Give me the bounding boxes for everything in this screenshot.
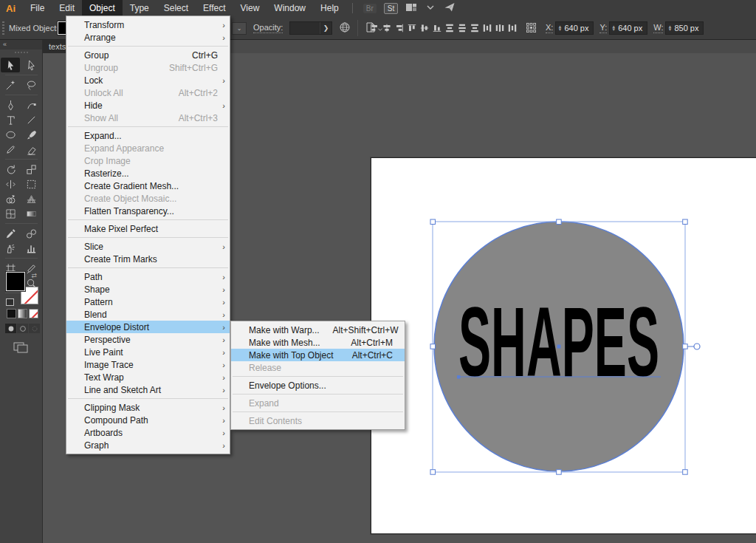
object-menu-item-text-wrap[interactable]: Text Wrap› bbox=[66, 371, 230, 383]
menu-file[interactable]: File bbox=[23, 0, 52, 16]
paintbrush-tool[interactable] bbox=[22, 127, 41, 142]
rotate-tool[interactable] bbox=[1, 162, 20, 177]
object-menu-item-lock[interactable]: Lock› bbox=[66, 74, 230, 86]
eraser-tool[interactable] bbox=[22, 142, 41, 157]
br-app-icon[interactable]: Br bbox=[363, 4, 377, 13]
collapse-panel-icon[interactable]: « bbox=[0, 40, 42, 49]
distribute-top-icon[interactable] bbox=[444, 22, 455, 34]
menu-edit[interactable]: Edit bbox=[52, 0, 82, 16]
object-center-anchor[interactable] bbox=[557, 345, 561, 349]
align-right-icon[interactable] bbox=[394, 22, 405, 34]
st-app-icon[interactable]: St bbox=[384, 3, 398, 14]
gradient-tool[interactable] bbox=[22, 206, 41, 221]
object-menu-item-create-trim-marks[interactable]: Create Trim Marks bbox=[66, 253, 230, 265]
distribute-v-center-icon[interactable] bbox=[457, 22, 467, 34]
tools-panel-grip[interactable] bbox=[0, 49, 42, 55]
object-menu-item-make-pixel-perfect[interactable]: Make Pixel Perfect bbox=[66, 222, 230, 235]
object-menu-item-artboards[interactable]: Artboards› bbox=[66, 426, 230, 439]
object-menu-item-path[interactable]: Path› bbox=[66, 270, 230, 283]
line-segment-tool[interactable] bbox=[22, 112, 41, 127]
object-menu-item-clipping-mask[interactable]: Clipping Mask› bbox=[66, 401, 230, 414]
x-label[interactable]: X: bbox=[546, 23, 553, 33]
panel-grip[interactable] bbox=[2, 21, 4, 35]
draw-normal-icon[interactable] bbox=[5, 324, 16, 333]
menu-effect[interactable]: Effect bbox=[196, 0, 233, 16]
menu-select[interactable]: Select bbox=[157, 0, 196, 16]
opacity-label[interactable]: Opacity: bbox=[253, 23, 283, 33]
default-fill-stroke-icon[interactable] bbox=[6, 298, 14, 306]
object-menu-item-transform[interactable]: Transform› bbox=[66, 18, 230, 31]
spinner-arrows[interactable]: ▲▼ bbox=[667, 25, 673, 31]
object-menu-item-graph[interactable]: Graph› bbox=[66, 439, 230, 451]
menu-window[interactable]: Window bbox=[267, 0, 313, 16]
object-menu-item-blend[interactable]: Blend› bbox=[66, 308, 230, 321]
object-menu-item-shape[interactable]: Shape› bbox=[66, 283, 230, 296]
curvature-tool[interactable] bbox=[22, 98, 41, 112]
scale-tool[interactable] bbox=[22, 162, 41, 177]
gradient-button[interactable] bbox=[18, 309, 27, 318]
align-bottom-icon[interactable] bbox=[432, 22, 442, 34]
document-globe-icon[interactable] bbox=[339, 21, 351, 35]
object-menu-item-line-and-sketch-art[interactable]: Line and Sketch Art› bbox=[66, 383, 230, 396]
object-menu-item-pattern[interactable]: Pattern› bbox=[66, 296, 230, 308]
screen-mode-icon[interactable] bbox=[13, 341, 28, 356]
opacity-field[interactable]: ❯ bbox=[289, 21, 332, 35]
x-input[interactable]: ▲▼640 px bbox=[555, 21, 594, 35]
workspace-icon[interactable] bbox=[405, 1, 417, 16]
draw-behind-icon[interactable] bbox=[17, 324, 28, 333]
baseline-anchor[interactable] bbox=[457, 375, 461, 379]
opacity-flyout-icon[interactable]: ❯ bbox=[320, 22, 332, 34]
object-menu-item-group[interactable]: GroupCtrl+G bbox=[66, 49, 230, 61]
align-left-icon[interactable] bbox=[369, 22, 379, 34]
align-top-icon[interactable] bbox=[407, 22, 417, 34]
share-icon[interactable] bbox=[444, 1, 456, 16]
spinner-arrows[interactable]: ▲▼ bbox=[611, 25, 616, 31]
align-v-center-icon[interactable] bbox=[419, 22, 430, 34]
menu-type[interactable]: Type bbox=[123, 0, 157, 16]
w-input[interactable]: ▲▼850 px bbox=[665, 21, 704, 35]
reference-point-icon[interactable] bbox=[526, 22, 537, 35]
lasso-tool[interactable] bbox=[22, 78, 41, 92]
swap-fill-stroke-icon[interactable]: ⇄ bbox=[31, 272, 37, 279]
pen-tool[interactable] bbox=[1, 98, 20, 112]
spinner-arrows[interactable]: ▲▼ bbox=[557, 25, 563, 31]
object-menu-item-hide[interactable]: Hide› bbox=[66, 99, 230, 112]
pencil-tool[interactable] bbox=[1, 142, 20, 157]
type-tool[interactable] bbox=[1, 112, 20, 127]
shapes-text-object[interactable]: SHAPES bbox=[458, 287, 659, 397]
eyedropper-tool[interactable] bbox=[1, 226, 20, 241]
menu-help[interactable]: Help bbox=[313, 0, 346, 16]
w-label[interactable]: W: bbox=[653, 23, 663, 33]
y-label[interactable]: Y: bbox=[599, 23, 607, 33]
menu-view[interactable]: View bbox=[233, 0, 267, 16]
symbol-sprayer-tool[interactable] bbox=[1, 241, 20, 256]
align-h-center-icon[interactable] bbox=[382, 22, 392, 34]
ellipse-tool[interactable] bbox=[1, 127, 20, 142]
y-input[interactable]: ▲▼640 px bbox=[609, 21, 647, 35]
distribute-left-icon[interactable] bbox=[482, 22, 492, 34]
object-menu-item-perspective[interactable]: Perspective› bbox=[66, 333, 230, 346]
menu-object[interactable]: Object bbox=[82, 0, 123, 16]
direct-selection-tool[interactable] bbox=[22, 58, 41, 72]
distribute-h-center-icon[interactable] bbox=[495, 22, 505, 34]
object-menu-item-flatten-transparency[interactable]: Flatten Transparency... bbox=[66, 205, 230, 217]
column-graph-tool[interactable] bbox=[22, 241, 41, 256]
blend-tool[interactable] bbox=[22, 226, 41, 241]
fill-swatch-black[interactable] bbox=[6, 272, 25, 291]
object-menu-item-image-trace[interactable]: Image Trace› bbox=[66, 358, 230, 371]
object-menu-item-live-paint[interactable]: Live Paint› bbox=[66, 346, 230, 358]
selection-tool[interactable] bbox=[1, 58, 20, 72]
envelope-submenu-item-envelope-options[interactable]: Envelope Options... bbox=[231, 379, 405, 392]
perspective-grid-tool[interactable] bbox=[22, 191, 41, 206]
object-menu-item-arrange[interactable]: Arrange› bbox=[66, 31, 230, 44]
object-menu-item-expand[interactable]: Expand... bbox=[66, 129, 230, 142]
draw-inside-icon[interactable] bbox=[29, 324, 40, 333]
distribute-bottom-icon[interactable] bbox=[470, 22, 480, 34]
envelope-submenu-item-make-with-top-object[interactable]: Make with Top ObjectAlt+Ctrl+C bbox=[231, 349, 405, 361]
object-menu-item-create-gradient-mesh[interactable]: Create Gradient Mesh... bbox=[66, 180, 230, 192]
live-shape-handle[interactable] bbox=[694, 344, 700, 349]
chevron-down-icon[interactable] bbox=[425, 1, 436, 16]
object-menu-item-slice[interactable]: Slice› bbox=[66, 240, 230, 253]
style-dropdown[interactable]: ⌄ bbox=[232, 22, 247, 35]
magic-wand-tool[interactable] bbox=[1, 78, 20, 92]
